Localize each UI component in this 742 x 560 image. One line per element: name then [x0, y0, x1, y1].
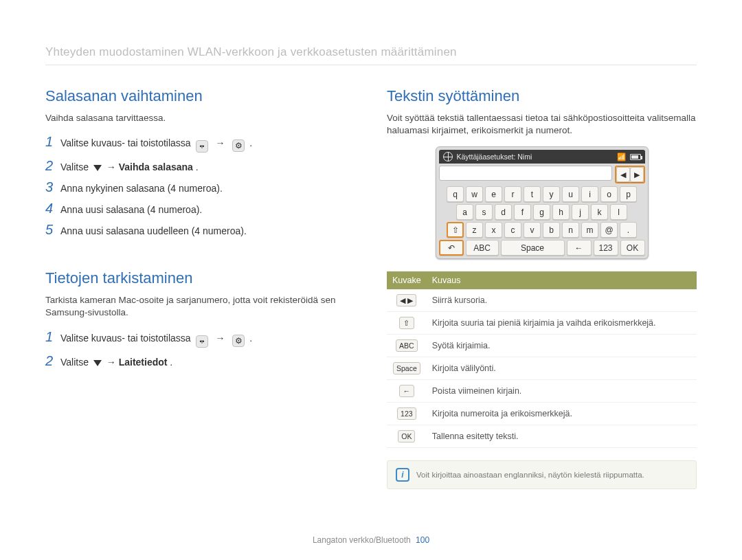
table-icon-cell: ◀ ▶ — [387, 289, 427, 312]
chevron-down-icon — [93, 360, 102, 366]
mini-key-icon: ABC — [396, 339, 418, 352]
step-number: 1 — [45, 134, 60, 150]
keyboard-backspace-key: ← — [567, 240, 592, 256]
gear-icon — [232, 139, 245, 152]
table-row: OKTallenna esitetty teksti. — [387, 425, 697, 448]
keyboard-key: k — [591, 204, 608, 220]
keyboard-key: w — [466, 186, 483, 202]
keyboard-key: x — [485, 222, 502, 238]
bold-text: Laitetiedot — [119, 357, 168, 368]
page-section-header: Yhteyden muodostaminen WLAN-verkkoon ja … — [45, 45, 697, 65]
keyboard-header-title: Käyttäjäasetukset: Nimi — [457, 153, 532, 161]
step-number: 5 — [45, 222, 60, 238]
keyboard-key: r — [504, 186, 521, 202]
keyboard-key: @ — [600, 222, 618, 238]
table-icon-cell: ⇧ — [387, 312, 427, 335]
keyboard-key: d — [495, 204, 512, 220]
keyboard-key: f — [514, 204, 531, 220]
table-row: ⇧Kirjoita suuria tai pieniä kirjaimia ja… — [387, 312, 697, 335]
mini-key-icon: 123 — [397, 407, 416, 420]
intro-change-password: Vaihda salasana tarvittaessa. — [45, 112, 355, 124]
text: Valitse — [60, 161, 91, 172]
page-footer: Langaton verkko/Bluetooth 100 — [0, 535, 742, 545]
table-desc-cell: Kirjoita välilyönti. — [427, 357, 697, 380]
keyboard-key: g — [533, 204, 550, 220]
step-text: Anna uusi salasana uudelleen (4 numeroa)… — [60, 225, 247, 236]
wifi-icon — [196, 140, 208, 153]
keyboard-key: ⇧ — [447, 222, 464, 238]
text: . — [249, 333, 252, 344]
keyboard-space-key: Space — [501, 240, 565, 256]
info-icon: i — [396, 468, 409, 482]
table-row: ABCSyötä kirjaimia. — [387, 335, 697, 357]
arrow-icon: → — [106, 161, 119, 172]
step: 2 Valitse → Vaihda salasana . — [45, 158, 355, 174]
battery-icon — [630, 154, 641, 160]
right-column: Tekstin syöttäminen Voit syöttää tekstiä… — [387, 87, 697, 489]
table-icon-cell: Space — [387, 357, 427, 380]
mini-key-icon: ◀ ▶ — [396, 294, 416, 306]
step-text: Anna uusi salasana (4 numeroa). — [60, 204, 202, 215]
heading-change-password: Salasanan vaihtaminen — [45, 87, 355, 105]
step-number: 3 — [45, 179, 60, 195]
bold-text: Vaihda salasana — [119, 161, 193, 172]
text: Valitse — [60, 357, 91, 368]
wifi-icon — [196, 335, 208, 348]
arrow-icon: → — [215, 137, 225, 148]
keyboard-key: m — [581, 222, 598, 238]
keyboard-123-key: 123 — [594, 240, 618, 256]
mini-key-icon: Space — [393, 362, 420, 374]
keyboard-key: h — [552, 204, 570, 220]
keyboard-key: b — [543, 222, 560, 238]
keyboard-key: o — [600, 186, 618, 202]
table-row: ←Poista viimeinen kirjain. — [387, 380, 697, 403]
keyboard-illustration: Käyttäjäasetukset: Nimi 📶 ◀ ▶ — [387, 146, 697, 259]
table-desc-cell: Siirrä kursoria. — [427, 289, 697, 312]
keyboard-key: e — [485, 186, 502, 202]
mini-key-icon: ← — [399, 385, 414, 397]
heading-device-info: Tietojen tarkistaminen — [45, 269, 355, 287]
keyboard-row-3: ⇧zxcvbnm@. — [439, 222, 645, 238]
wifi-indicator-icon: 📶 — [617, 153, 626, 161]
gear-icon — [232, 335, 245, 347]
step: 4 Anna uusi salasana (4 numeroa). — [45, 201, 355, 216]
two-column-layout: Salasanan vaihtaminen Vaihda salasana ta… — [45, 87, 697, 489]
table-desc-cell: Kirjoita suuria tai pieniä kirjaimia ja … — [427, 312, 697, 335]
text: . — [170, 357, 172, 368]
keyboard-key: j — [572, 204, 589, 220]
keyboard-key: q — [447, 186, 464, 202]
keyboard-row-bottom: ↶ ABC Space ← 123 OK — [439, 240, 645, 256]
arrow-icon: → — [106, 357, 119, 368]
step: 5 Anna uusi salasana uudelleen (4 numero… — [45, 222, 355, 238]
keyboard-key: n — [562, 222, 579, 238]
keyboard-row-2: asdfghjkl — [439, 204, 645, 220]
chevron-down-icon — [93, 165, 102, 171]
manual-page: Yhteyden muodostaminen WLAN-verkkoon ja … — [0, 0, 742, 560]
step-text: Anna nykyinen salasana (4 numeroa). — [60, 183, 223, 194]
keyboard-key: z — [466, 222, 483, 238]
table-icon-cell: ← — [387, 380, 427, 403]
footer-page-number: 100 — [416, 535, 429, 545]
text: Valitse kuvaus- tai toistotilassa — [60, 333, 194, 344]
step-text: Valitse → Vaihda salasana . — [60, 161, 199, 172]
table-icon-cell: 123 — [387, 403, 427, 425]
step-text: Valitse → Laitetiedot . — [60, 357, 172, 368]
text: . — [196, 161, 199, 172]
footer-text: Langaton verkko/Bluetooth — [313, 535, 411, 545]
keyboard-key: t — [524, 186, 541, 202]
info-note: i Voit kirjoittaa ainoastaan englanniksi… — [387, 460, 697, 489]
text: Valitse kuvaus- tai toistotilassa — [60, 137, 194, 148]
onscreen-keyboard: Käyttäjäasetukset: Nimi 📶 ◀ ▶ — [436, 146, 649, 259]
keyboard-key: p — [620, 186, 637, 202]
keyboard-key: s — [475, 204, 493, 220]
text: . — [249, 137, 252, 148]
keyboard-key: i — [581, 186, 598, 202]
keyboard-key: y — [543, 186, 560, 202]
step: 3 Anna nykyinen salasana (4 numeroa). — [45, 179, 355, 195]
step: 2 Valitse → Laitetiedot . — [45, 353, 355, 369]
table-row: SpaceKirjoita välilyönti. — [387, 357, 697, 380]
cursor-keys-highlight: ◀ ▶ — [615, 166, 645, 183]
keyboard-key: l — [610, 204, 627, 220]
mini-key-icon: ⇧ — [399, 317, 414, 329]
table-desc-cell: Poista viimeinen kirjain. — [427, 380, 697, 403]
